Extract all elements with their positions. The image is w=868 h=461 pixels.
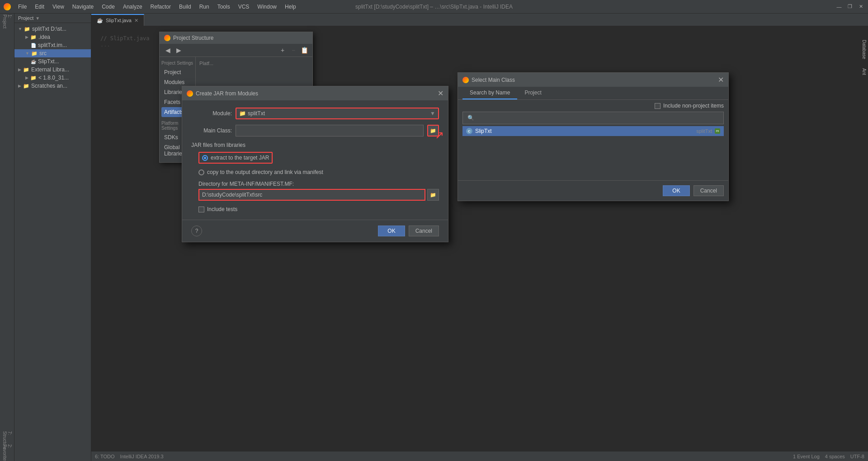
tree-item-iml[interactable]: 📄 splitTxt.im...: [14, 41, 91, 49]
manifest-path-input[interactable]: [198, 189, 425, 201]
folder-icon: 📁: [23, 83, 29, 89]
main-class-browse-button[interactable]: 📁: [427, 125, 439, 136]
status-encoding[interactable]: UTF-8: [850, 454, 864, 459]
tree-item-scratches[interactable]: ▶ 📁 Scratches an...: [14, 82, 91, 90]
menu-analyze[interactable]: Analyze: [119, 3, 146, 11]
menu-refactor[interactable]: Refactor: [147, 3, 175, 11]
jar-dialog-close-button[interactable]: ✕: [438, 89, 443, 98]
radio-extract[interactable]: extract to the target JAR: [198, 152, 273, 164]
jar-dialog-logo: [187, 90, 193, 97]
favorites-icon[interactable]: 2: Favorites: [1, 447, 14, 460]
activity-bar: 1: Project 7: Structure 2: Favorites: [0, 14, 14, 461]
title-bar: File Edit View Navigate Code Analyze Ref…: [0, 0, 868, 14]
ps-copy-btn[interactable]: 📋: [300, 46, 309, 55]
ps-remove-btn[interactable]: −: [289, 46, 298, 55]
ps-sidebar-project[interactable]: Project: [161, 67, 193, 77]
menu-build[interactable]: Build: [175, 3, 195, 11]
tree-arrow: ▼: [18, 27, 22, 31]
jar-dialog-body: Module: 📁 splitTxt ▼ Main Class: 📁: [182, 100, 448, 220]
file-icon: 📄: [31, 43, 36, 48]
project-view-icon[interactable]: 1: Project: [1, 15, 14, 28]
menu-navigate[interactable]: Navigate: [69, 3, 97, 11]
module-value-display: 📁 splitTxt: [239, 110, 265, 117]
tree-arrow: ▶: [18, 84, 21, 88]
menu-run[interactable]: Run: [196, 3, 213, 11]
ps-add-btn[interactable]: +: [278, 46, 287, 55]
status-spaces[interactable]: 4 spaces: [825, 454, 845, 459]
module-folder-icon: 📁: [239, 110, 246, 117]
tree-arrow: ▼: [25, 51, 29, 56]
main-class-input[interactable]: [236, 125, 424, 136]
main-layout: 1: Project 7: Structure 2: Favorites Pro…: [0, 14, 868, 461]
main-class-label: Main Class:: [191, 127, 232, 134]
tree-item-external[interactable]: ▶ 📁 External Libra...: [14, 66, 91, 74]
smc-footer: OK Cancel: [458, 180, 728, 201]
smc-ok-button[interactable]: OK: [663, 185, 689, 196]
smc-tab-search-by-name[interactable]: Search by Name: [462, 87, 517, 99]
ps-dialog-title-label: Project Structure: [173, 35, 213, 41]
menu-view[interactable]: View: [49, 3, 68, 11]
smc-search-input[interactable]: [477, 115, 719, 121]
jar-dialog-title-bar: Create JAR from Modules ✕: [182, 86, 448, 100]
tree-item-splittxt[interactable]: ▼ 📁 splitTxt D:\st...: [14, 25, 91, 33]
menu-tools[interactable]: Tools: [214, 3, 234, 11]
restore-button[interactable]: ❐: [846, 3, 854, 10]
status-event-log[interactable]: 1 Event Log: [793, 454, 820, 459]
radio-copy[interactable]: copy to the output directory and link vi…: [198, 169, 439, 175]
include-non-project-checkbox[interactable]: [655, 103, 660, 109]
jar-ok-button[interactable]: OK: [378, 226, 405, 236]
status-app: IntelliJ IDEA 2019.3: [120, 454, 164, 459]
smc-tabs: Search by Name Project: [458, 87, 728, 100]
folder-icon: 📁: [30, 75, 37, 81]
select-main-class-dialog: Select Main Class ✕ Search by Name Proje…: [458, 72, 729, 201]
tree-arrow: ▶: [25, 75, 28, 80]
ps-nav-fwd[interactable]: ▶: [174, 46, 183, 55]
include-tests-checkbox[interactable]: [198, 207, 204, 212]
status-todo[interactable]: 6: TODO: [95, 454, 115, 459]
module-label: Module:: [191, 110, 232, 117]
manifest-browse-button[interactable]: 📁: [427, 189, 439, 201]
module-name: splitTxt: [248, 110, 265, 117]
project-dropdown-icon[interactable]: ▼: [35, 16, 40, 21]
ant-label[interactable]: Ant: [862, 65, 867, 79]
smc-tab-project[interactable]: Project: [517, 87, 548, 99]
smc-cancel-button[interactable]: Cancel: [693, 185, 724, 196]
tree-item-label: SlipTxt...: [38, 58, 59, 65]
radio-group: extract to the target JAR copy to the ou…: [191, 152, 439, 175]
tab-sliptxt[interactable]: ☕ SlipTxt.java ✕: [91, 14, 144, 26]
project-panel: Project ▼ ▼ 📁 splitTxt D:\st... ▶ 📁 .ide…: [14, 14, 91, 461]
smc-title-label: Select Main Class: [472, 77, 515, 83]
ps-toolbar: ◀ ▶ + − 📋: [160, 44, 312, 57]
tab-close-icon[interactable]: ✕: [134, 18, 138, 24]
tree-item-src[interactable]: ▼ 📁 src: [14, 49, 91, 57]
tree-item-label: splitTxt D:\st...: [32, 26, 66, 32]
status-right: 1 Event Log 4 spaces UTF-8: [793, 454, 864, 459]
database-label[interactable]: Database: [862, 36, 867, 63]
ps-nav-back[interactable]: ◀: [163, 46, 172, 55]
smc-result-item-sliptxt[interactable]: C SlipTxt splitTxt m: [462, 126, 724, 136]
menu-file[interactable]: File: [14, 3, 30, 11]
menu-vcs[interactable]: VCS: [235, 3, 253, 11]
include-tests-label: Include tests: [207, 206, 237, 212]
menu-window[interactable]: Window: [254, 3, 280, 11]
menu-edit[interactable]: Edit: [31, 3, 48, 11]
jar-cancel-button[interactable]: Cancel: [409, 226, 439, 236]
tree-item-sliptxt[interactable]: ☕ SlipTxt...: [14, 57, 91, 66]
window-controls: — ❐ ✕: [835, 3, 864, 10]
ps-settings-header: Project Settings: [161, 61, 193, 66]
menu-code[interactable]: Code: [98, 3, 118, 11]
smc-close-button[interactable]: ✕: [718, 75, 724, 84]
tree-arrow: ▶: [25, 35, 28, 39]
smc-search-row: 🔍: [462, 112, 724, 124]
smc-result-module: splitTxt: [696, 128, 712, 134]
minimize-button[interactable]: —: [835, 3, 843, 10]
tree-item-label: src: [39, 50, 47, 56]
help-button[interactable]: ?: [191, 226, 202, 236]
tree-arrow: ▶: [18, 67, 21, 72]
close-button[interactable]: ✕: [857, 3, 864, 10]
module-select-dropdown[interactable]: 📁 splitTxt ▼: [236, 108, 439, 119]
menu-help[interactable]: Help: [281, 3, 300, 11]
radio-extract-dot: [202, 155, 208, 161]
tree-item-idea[interactable]: ▶ 📁 .idea: [14, 33, 91, 41]
tree-item-jdk[interactable]: ▶ 📁 < 1.8.0_31...: [14, 74, 91, 82]
